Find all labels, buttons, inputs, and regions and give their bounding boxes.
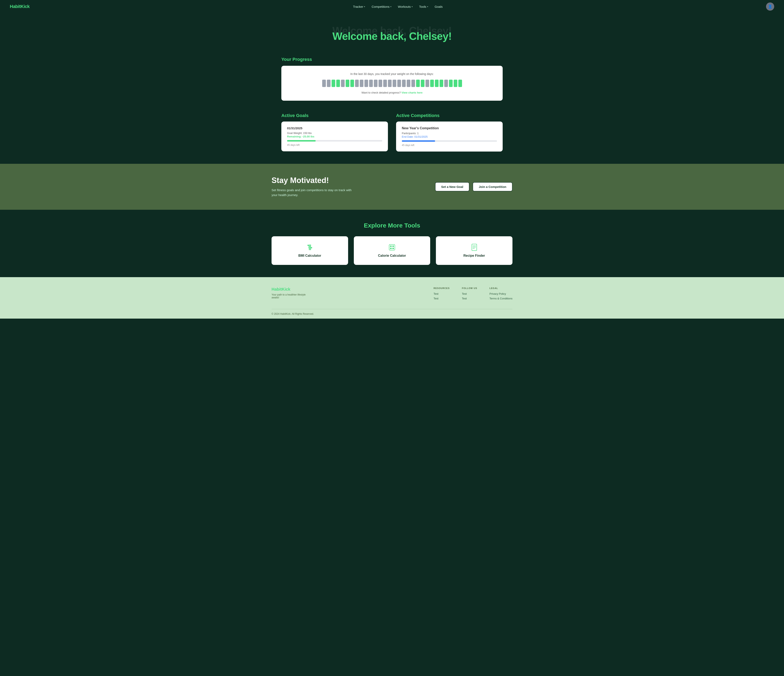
day-bar <box>430 79 434 87</box>
footer-tagline: Your path to a healthier lifestyle await… <box>272 293 313 299</box>
active-competitions-col: Active Competitions New Year's Competiti… <box>396 113 502 151</box>
bmi-calculator-card[interactable]: BMI Calculator <box>272 236 348 265</box>
svg-point-4 <box>308 245 309 246</box>
motivated-section: Stay Motivated! Set fitness goals and jo… <box>0 164 784 210</box>
calorie-icon <box>358 244 426 251</box>
bmi-icon <box>275 244 344 251</box>
bmi-label: BMI Calculator <box>275 254 344 257</box>
goal-progress-bar-wrap <box>287 140 382 142</box>
footer-resources-link-2[interactable]: Test <box>434 297 450 300</box>
footer-terms-link[interactable]: Terms & Conditions <box>489 297 512 300</box>
progress-description: In the last 30 days, you tracked your we… <box>289 72 495 76</box>
competition-participants: Participants: 1 <box>402 132 497 135</box>
day-bars <box>289 79 495 87</box>
day-bar <box>425 79 429 87</box>
join-competition-button[interactable]: Join a Competition <box>473 182 512 192</box>
set-new-goal-button[interactable]: Set a New Goal <box>435 182 470 192</box>
day-bar <box>458 79 462 87</box>
active-goals-col: Active Goals 01/31/2025 Goal Weight: 150… <box>282 113 388 151</box>
footer-main: HabitKick Your path to a healthier lifes… <box>272 287 512 309</box>
footer-privacy-policy-link[interactable]: Privacy Policy <box>489 292 512 295</box>
tools-title: Explore More Tools <box>10 222 774 229</box>
competition-card: New Year's Competition Participants: 1 E… <box>396 121 502 151</box>
nav-competitions[interactable]: Competitions ▾ <box>372 5 391 8</box>
footer-follow-link-1[interactable]: Test <box>462 292 477 295</box>
motivated-inner: Stay Motivated! Set fitness goals and jo… <box>272 176 512 198</box>
competition-progress-bar-wrap <box>402 140 497 142</box>
footer-resources-link-1[interactable]: Test <box>434 292 450 295</box>
footer-follow-col: FOLLOW US Test Test <box>462 287 477 302</box>
goal-progress-fill <box>287 140 316 142</box>
copyright-text: © 2024 HabitKick. All Rights Reserved. <box>272 313 314 315</box>
recipe-label: Recipe Finder <box>440 254 509 257</box>
day-bar <box>350 79 354 87</box>
goal-weight-label: Goal Weight: 150 lbs <box>287 131 382 135</box>
calorie-calculator-card[interactable]: Calorie Calculator <box>354 236 430 265</box>
progress-title: Your Progress <box>282 57 502 62</box>
footer-resources-title: RESOURCES <box>434 287 450 290</box>
day-bar <box>449 79 453 87</box>
day-bar <box>440 79 443 87</box>
footer-resources-col: RESOURCES Test Test <box>434 287 450 302</box>
progress-section: Your Progress In the last 30 days, you t… <box>272 53 512 113</box>
footer-legal-col: LEGAL Privacy Policy Terms & Conditions <box>489 287 512 302</box>
day-bar <box>369 79 373 87</box>
competition-progress-fill <box>402 140 435 142</box>
svg-rect-0 <box>309 245 310 250</box>
day-bar <box>360 79 363 87</box>
competitions-chevron: ▾ <box>390 6 391 8</box>
footer-bottom: © 2024 HabitKick. All Rights Reserved. <box>272 309 512 319</box>
footer-brand: HabitKick Your path to a healthier lifes… <box>272 287 313 302</box>
day-bar <box>416 79 420 87</box>
footer-follow-link-2[interactable]: Test <box>462 297 477 300</box>
recipe-finder-card[interactable]: Recipe Finder <box>436 236 512 265</box>
tools-section: Explore More Tools BMI Calculator <box>0 210 784 277</box>
tools-grid: BMI Calculator Calorie Calculator <box>272 236 512 265</box>
workouts-chevron: ▾ <box>412 6 412 8</box>
day-bar <box>336 79 340 87</box>
competition-days-left: 45 days left <box>402 144 497 146</box>
day-bar <box>421 79 425 87</box>
two-col-section: Active Goals 01/31/2025 Goal Weight: 150… <box>272 113 512 164</box>
day-bar <box>378 79 382 87</box>
goal-remaining: Remaining: -25.00 lbs <box>287 135 382 138</box>
motivated-description: Set fitness goals and join competitions … <box>272 188 357 198</box>
day-bar <box>454 79 457 87</box>
day-bar <box>444 79 448 87</box>
nav-goals[interactable]: Goals <box>435 5 443 8</box>
footer-legal-title: LEGAL <box>489 287 512 290</box>
svg-rect-10 <box>392 248 394 249</box>
logo-part2: Kick <box>20 4 30 9</box>
day-bar <box>383 79 387 87</box>
competition-title: New Year's Competition <box>402 126 497 130</box>
recipe-icon <box>440 244 509 251</box>
view-charts-link[interactable]: View charts here <box>401 91 423 94</box>
nav-tools[interactable]: Tools ▾ <box>419 5 428 8</box>
svg-rect-9 <box>390 248 392 249</box>
footer: HabitKick Your path to a healthier lifes… <box>0 277 784 319</box>
avatar[interactable]: 👤 <box>766 2 774 11</box>
footer-logo: HabitKick <box>272 287 313 292</box>
svg-rect-8 <box>392 246 394 247</box>
view-charts-text: Want to check detailed progress? View ch… <box>289 91 495 94</box>
nav-workouts[interactable]: Workouts ▾ <box>398 5 412 8</box>
day-bar <box>322 79 326 87</box>
day-bar <box>397 79 401 87</box>
nav-logo[interactable]: HabitKick <box>10 4 30 9</box>
tracker-chevron: ▾ <box>364 6 365 8</box>
motivated-title: Stay Motivated! <box>272 176 357 185</box>
day-bar <box>388 79 392 87</box>
goal-date: 01/31/2025 <box>287 126 382 130</box>
goal-days-left: 45 days left <box>287 143 382 146</box>
day-bar <box>411 79 415 87</box>
competition-end-date: End Date: 01/31/2025 <box>402 135 497 138</box>
footer-cols: RESOURCES Test Test FOLLOW US Test Test … <box>434 287 512 302</box>
svg-rect-1 <box>310 245 311 250</box>
svg-point-5 <box>311 247 312 248</box>
nav-tracker[interactable]: Tracker ▾ <box>353 5 365 8</box>
logo-part1: Habit <box>10 4 20 9</box>
footer-follow-title: FOLLOW US <box>462 287 477 290</box>
calorie-label: Calorie Calculator <box>358 254 426 257</box>
hero-heading: Welcome back, Chelsey! <box>4 30 780 42</box>
day-bar <box>393 79 396 87</box>
